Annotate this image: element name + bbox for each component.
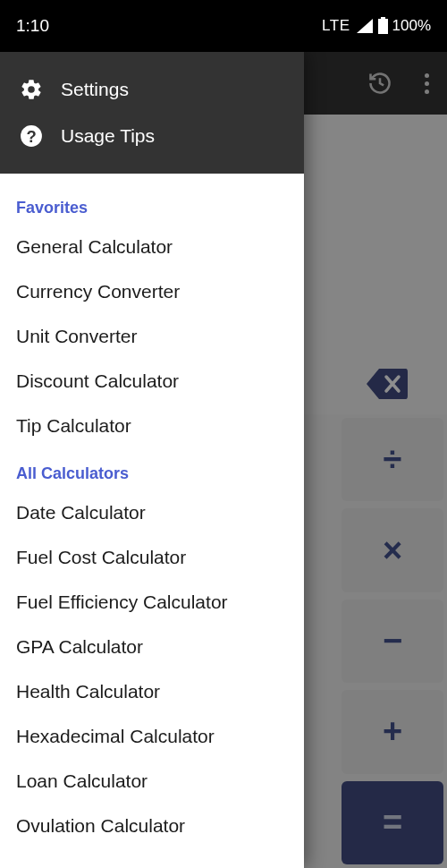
nav-item-health-calculator[interactable]: Health Calculator (0, 669, 304, 714)
nav-item-fuel-efficiency-calculator[interactable]: Fuel Efficiency Calculator (0, 580, 304, 625)
network-label: LTE (322, 17, 350, 35)
nav-item-date-calculator[interactable]: Date Calculator (0, 490, 304, 535)
nav-item-general-calculator[interactable]: General Calculator (0, 225, 304, 269)
battery-pct: 100% (392, 17, 431, 35)
svg-rect-1 (381, 17, 385, 19)
nav-item-gpa-calculator[interactable]: GPA Calculator (0, 625, 304, 669)
drawer-usage-tips-label: Usage Tips (61, 125, 155, 147)
navigation-drawer: Settings ? Usage Tips Favorites General … (0, 52, 304, 868)
drawer-usage-tips[interactable]: ? Usage Tips (0, 113, 304, 159)
nav-item-currency-converter[interactable]: Currency Converter (0, 269, 304, 314)
drawer-body[interactable]: Favorites General Calculator Currency Co… (0, 174, 304, 868)
drawer-settings[interactable]: Settings (0, 66, 304, 113)
signal-icon (356, 18, 374, 34)
drawer-settings-label: Settings (61, 79, 129, 100)
nav-item-tip-calculator[interactable]: Tip Calculator (0, 404, 304, 448)
nav-item-unit-converter[interactable]: Unit Converter (0, 314, 304, 359)
nav-item-loan-calculator[interactable]: Loan Calculator (0, 759, 304, 804)
svg-rect-0 (378, 19, 388, 34)
help-icon: ? (20, 124, 43, 148)
status-right: LTE 100% (322, 17, 431, 35)
nav-item-hexadecimal-calculator[interactable]: Hexadecimal Calculator (0, 714, 304, 759)
svg-text:?: ? (26, 127, 36, 146)
nav-item-ovulation-calculator[interactable]: Ovulation Calculator (0, 804, 304, 848)
drawer-header: Settings ? Usage Tips (0, 52, 304, 174)
status-bar: 1:10 LTE 100% (0, 0, 447, 52)
nav-item-fuel-cost-calculator[interactable]: Fuel Cost Calculator (0, 535, 304, 580)
nav-item-discount-calculator[interactable]: Discount Calculator (0, 359, 304, 404)
section-header-favorites: Favorites (0, 183, 304, 225)
battery-icon (377, 17, 389, 35)
gear-icon (20, 78, 43, 101)
section-header-all: All Calculators (0, 448, 304, 490)
status-time: 1:10 (16, 16, 49, 36)
